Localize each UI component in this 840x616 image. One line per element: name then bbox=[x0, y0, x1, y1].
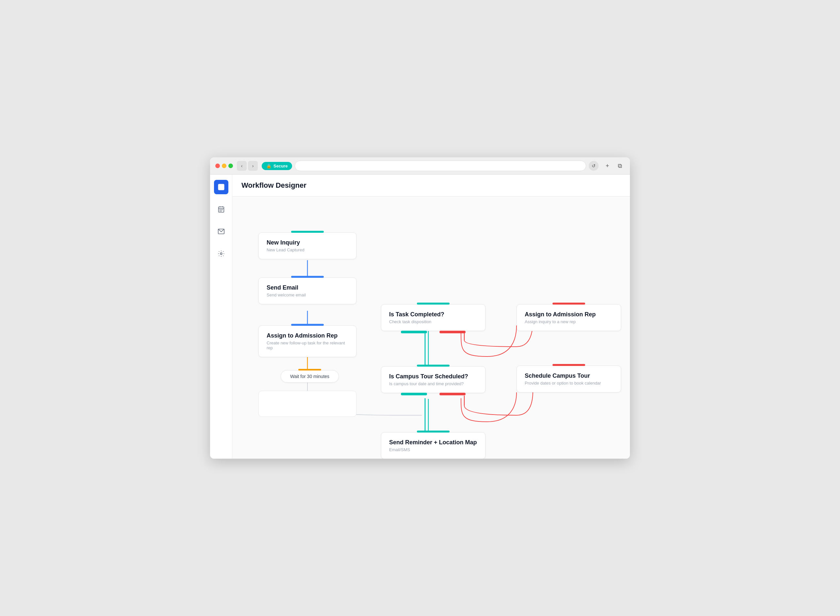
node-is-task-completed[interactable]: Is Task Completed? Check task dispositio… bbox=[381, 304, 485, 331]
node-title-task: Is Task Completed? bbox=[389, 311, 477, 318]
svg-rect-0 bbox=[218, 184, 224, 190]
browser-window: ‹ › 🔒 Secure ↺ + ⧉ bbox=[210, 157, 630, 459]
maximize-button[interactable] bbox=[228, 164, 233, 168]
url-input[interactable] bbox=[295, 161, 586, 171]
copy-button[interactable]: ⧉ bbox=[615, 161, 625, 171]
node-title-schedule: Schedule Campus Tour bbox=[525, 373, 613, 379]
svg-point-11 bbox=[220, 253, 222, 255]
node-bar-cyan bbox=[291, 231, 324, 233]
node-subtitle-task: Check task disposition bbox=[389, 319, 477, 324]
node-send-reminder[interactable]: Send Reminder + Location Map Email/SMS bbox=[381, 432, 485, 459]
main-content: Workflow Designer bbox=[232, 175, 630, 459]
connector-box-left bbox=[259, 391, 356, 417]
page-header: Workflow Designer bbox=[232, 175, 630, 197]
node-is-campus-tour[interactable]: Is Campus Tour Scheduled? Is campus tour… bbox=[381, 366, 485, 393]
task-yes-bar bbox=[401, 331, 427, 333]
close-button[interactable] bbox=[215, 164, 220, 168]
node-bar-cyan-tour bbox=[417, 365, 450, 367]
node-bar-cyan-task bbox=[417, 303, 450, 305]
node-title-send-email: Send Email bbox=[266, 285, 348, 291]
node-bar-yellow bbox=[298, 369, 321, 371]
minimize-button[interactable] bbox=[222, 164, 227, 168]
node-subtitle-schedule: Provide dates or option to book calendar bbox=[525, 381, 613, 386]
tour-no-bar bbox=[440, 393, 466, 395]
node-title-assign-right: Assign to Admission Rep bbox=[525, 311, 613, 318]
sidebar bbox=[210, 175, 232, 459]
node-assign-rep-right[interactable]: Assign to Admission Rep Assign inquiry t… bbox=[516, 304, 621, 331]
node-new-inquiry[interactable]: New Inquiry New Lead Captured bbox=[259, 232, 356, 259]
secure-label: Secure bbox=[274, 164, 287, 169]
sidebar-item-settings[interactable] bbox=[214, 246, 228, 261]
node-title-new-inquiry: New Inquiry bbox=[266, 239, 348, 246]
node-bar-blue-email bbox=[291, 276, 324, 278]
reload-button[interactable]: ↺ bbox=[589, 161, 599, 171]
node-subtitle-send-email: Send welcome email bbox=[266, 292, 348, 298]
new-tab-button[interactable]: + bbox=[602, 161, 612, 171]
node-subtitle-campus-tour: Is campus tour date and time provided? bbox=[389, 381, 477, 386]
node-bar-red-assign bbox=[553, 303, 585, 305]
workflow-canvas[interactable]: New Inquiry New Lead Captured Send Email… bbox=[232, 197, 630, 459]
node-assign-rep-left[interactable]: Assign to Admission Rep Create new follo… bbox=[259, 326, 356, 357]
task-no-bar bbox=[440, 331, 466, 333]
nav-buttons: ‹ › bbox=[237, 161, 258, 171]
sidebar-item-calendar[interactable] bbox=[214, 202, 228, 216]
tour-yes-bar bbox=[401, 393, 427, 395]
forward-button[interactable]: › bbox=[248, 161, 258, 171]
node-bar-red-schedule bbox=[553, 364, 585, 366]
secure-badge: 🔒 Secure bbox=[262, 162, 292, 170]
node-subtitle-assign-right: Assign inquiry to a new rep bbox=[525, 319, 613, 324]
app-layout: Workflow Designer bbox=[210, 175, 630, 459]
browser-actions: + ⧉ bbox=[602, 161, 625, 171]
back-button[interactable]: ‹ bbox=[237, 161, 247, 171]
node-bar-cyan-reminder bbox=[417, 431, 450, 433]
node-subtitle-new-inquiry: New Lead Captured bbox=[266, 248, 348, 252]
traffic-lights bbox=[215, 164, 233, 168]
node-title-campus-tour: Is Campus Tour Scheduled? bbox=[389, 373, 477, 380]
page-title: Workflow Designer bbox=[241, 181, 621, 190]
address-bar: 🔒 Secure ↺ bbox=[262, 161, 599, 171]
node-subtitle-assign-left: Create new follow-up task for the releva… bbox=[266, 340, 348, 350]
node-send-email[interactable]: Send Email Send welcome email bbox=[259, 277, 356, 304]
node-title-assign-left: Assign to Admission Rep bbox=[266, 332, 348, 339]
sidebar-item-workflow[interactable] bbox=[214, 180, 228, 194]
node-schedule-campus-tour[interactable]: Schedule Campus Tour Provide dates or op… bbox=[516, 366, 621, 392]
lock-icon: 🔒 bbox=[266, 164, 272, 169]
sidebar-item-email[interactable] bbox=[214, 224, 228, 239]
node-subtitle-reminder: Email/SMS bbox=[389, 447, 477, 452]
node-bar-blue-assign bbox=[291, 324, 324, 326]
browser-chrome: ‹ › 🔒 Secure ↺ + ⧉ bbox=[210, 157, 630, 175]
wait-label: Wait for 30 minutes bbox=[290, 374, 330, 379]
node-title-reminder: Send Reminder + Location Map bbox=[389, 439, 477, 446]
node-wait[interactable]: Wait for 30 minutes bbox=[281, 370, 339, 383]
